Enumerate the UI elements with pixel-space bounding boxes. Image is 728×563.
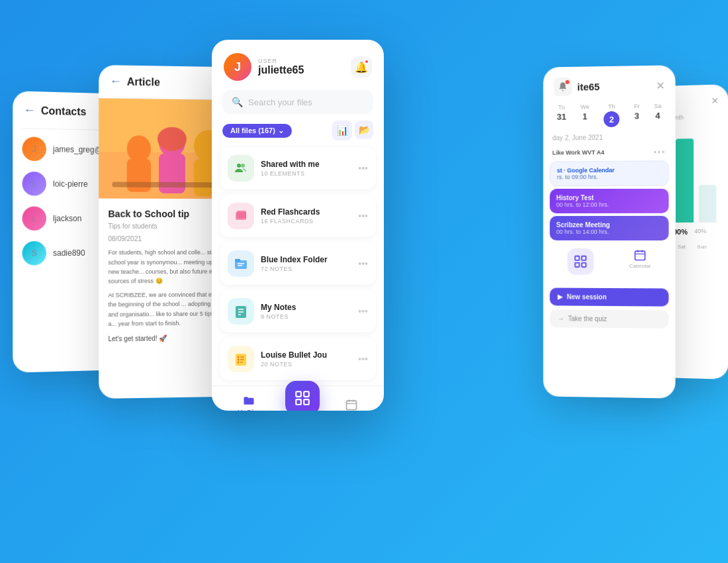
contacts-title: Contacts — [41, 105, 87, 118]
chart-day-5: Sun — [697, 244, 706, 250]
svg-rect-29 — [296, 391, 301, 397]
chart-day-4: Sat — [678, 244, 686, 250]
scribzee-event-time: 00 hrs. to 14:00 hrs. — [557, 229, 662, 235]
calendar-header: ite65 ✕ — [543, 65, 676, 101]
svg-point-4 — [159, 128, 185, 157]
file-info-flashcards: Red Flashcards 16 FLASHCARDS — [261, 207, 351, 225]
nav-calendar[interactable] — [345, 398, 358, 411]
files-header: J USER juliette65 🔔 — [212, 40, 384, 87]
scribzee-meeting-event[interactable]: Scribzee Meeting 00 hrs. to 14:00 hrs. — [550, 216, 669, 240]
calendar-title: ite65 — [577, 81, 600, 92]
chart-close-btn[interactable]: ✕ — [711, 95, 719, 106]
like-work-menu[interactable]: ••• — [654, 147, 666, 156]
svg-point-23 — [238, 356, 240, 358]
files-card: J USER juliette65 🔔 🔍 Search your files … — [212, 40, 384, 411]
file-info-notes: My Notes 9 NOTES — [261, 303, 351, 320]
notification-dot — [364, 59, 369, 64]
file-menu-shared[interactable]: ••• — [358, 163, 368, 174]
file-item-flashcards[interactable]: Red Flashcards 16 FLASHCARDS ••• — [220, 195, 376, 237]
filter-row: All files (167) ⌄ 📊 📂 — [212, 121, 384, 147]
history-test-event[interactable]: History Test 00 hrs. to 12:00 hrs. — [550, 189, 669, 214]
file-item-bullet[interactable]: Louise Bullet Jou 20 NOTES ••• — [220, 338, 376, 380]
file-name-bullet: Louise Bullet Jou — [261, 350, 351, 360]
file-menu-bullet[interactable]: ••• — [358, 354, 368, 364]
user-avatar: J — [224, 53, 251, 81]
svg-point-10 — [237, 164, 241, 168]
cal-day-fr: Fr 3 — [634, 103, 640, 127]
file-name-notes: My Notes — [261, 303, 351, 312]
file-name-shared: Shared with me — [261, 160, 351, 169]
cal-day-we: We 1 — [580, 103, 589, 127]
calendar-nav-label: Calendar — [629, 263, 651, 269]
file-menu-notes[interactable]: ••• — [358, 306, 368, 317]
chart-bar-5 — [699, 185, 717, 223]
search-icon: 🔍 — [232, 97, 243, 107]
calendar-nav-row: Calendar — [543, 243, 676, 283]
google-event-time: rs. to 09:00 hrs. — [557, 174, 662, 181]
all-files-filter[interactable]: All files (167) ⌄ — [222, 124, 292, 138]
filter-label: All files (167) — [230, 127, 275, 134]
chart-bar-4 — [676, 138, 693, 223]
cal-scan-icon — [573, 254, 588, 269]
contact-name-3: ljackson — [53, 214, 81, 223]
chart-pct-5: 40% — [694, 228, 706, 236]
calendar-week-row: Tu 31 We 1 Th 2 Fr 3 Sa 4 — [543, 100, 676, 130]
bar-chart-icon-btn[interactable]: 📊 — [332, 121, 352, 140]
calendar-date-label: day 2, June 2021 — [543, 129, 676, 146]
file-icon-shared — [228, 155, 254, 181]
file-meta-shared: 10 ELEMENTS — [261, 170, 351, 177]
cal-calendar-icon — [633, 248, 647, 262]
file-name-flashcards: Red Flashcards — [261, 207, 351, 217]
file-item-notes[interactable]: My Notes 9 NOTES ••• — [220, 290, 376, 333]
cal-scan-btn[interactable] — [567, 248, 594, 275]
folder-view-icon-btn[interactable]: 📂 — [355, 121, 373, 139]
like-work-title: Like Work WVT A4 — [553, 149, 604, 156]
new-session-btn[interactable]: ▶ New session — [550, 288, 669, 307]
history-event-title: History Test — [557, 194, 662, 202]
search-bar[interactable]: 🔍 Search your files — [222, 90, 373, 114]
svg-rect-5 — [159, 154, 185, 193]
contacts-back-arrow[interactable]: ← — [24, 103, 36, 118]
chart-bar-col-5 — [699, 185, 717, 223]
cal-dot — [565, 80, 569, 84]
nav-my-files[interactable]: My Files — [238, 394, 260, 411]
svg-rect-37 — [575, 256, 579, 260]
quiz-label: Take the quiz — [568, 315, 607, 322]
cal-calendar-nav[interactable]: Calendar — [629, 248, 651, 275]
file-icon-notes — [228, 298, 254, 325]
svg-point-11 — [241, 164, 245, 168]
search-placeholder: Search your files — [248, 97, 312, 107]
cal-day-th[interactable]: Th 2 — [604, 103, 619, 127]
svg-rect-33 — [346, 401, 356, 409]
file-info-bullet: Louise Bullet Jou 20 NOTES — [261, 350, 351, 368]
file-list: Shared with me 10 ELEMENTS ••• Red Flash… — [212, 147, 384, 380]
chevron-down-icon: ⌄ — [278, 127, 284, 135]
quiz-arrow-icon: → — [558, 315, 565, 322]
folder-icon: 📂 — [359, 125, 370, 135]
svg-rect-41 — [635, 251, 645, 260]
user-info: USER juliette65 — [258, 58, 344, 76]
google-calendar-event[interactable]: st · Google Calendar rs. to 09:00 hrs. — [550, 160, 669, 186]
file-menu-index[interactable]: ••• — [358, 258, 368, 269]
file-icon-index — [228, 250, 254, 277]
contact-name-4: sadie890 — [53, 248, 85, 258]
take-quiz-btn[interactable]: → Take the quiz — [550, 309, 669, 329]
file-info-index: Blue Index Folder 72 NOTES — [261, 255, 351, 272]
article-back-arrow[interactable]: ← — [109, 74, 121, 88]
file-menu-flashcards[interactable]: ••• — [358, 211, 368, 221]
cal-day-tu: Tu 31 — [557, 104, 566, 128]
user-label: USER — [258, 58, 344, 64]
svg-rect-39 — [575, 263, 579, 267]
svg-rect-32 — [304, 399, 309, 405]
calendar-card: ite65 ✕ Tu 31 We 1 Th 2 Fr 3 Sa 4 day 2,… — [543, 65, 676, 398]
svg-point-25 — [238, 362, 240, 364]
file-item-shared[interactable]: Shared with me 10 ELEMENTS ••• — [220, 147, 376, 189]
cal-notification[interactable] — [554, 77, 572, 96]
session-icon: ▶ — [558, 293, 563, 301]
svg-point-8 — [158, 127, 187, 151]
file-item-index[interactable]: Blue Index Folder 72 NOTES ••• — [220, 242, 376, 285]
calendar-close-btn[interactable]: ✕ — [656, 79, 664, 91]
svg-rect-3 — [127, 158, 151, 191]
notification-icon[interactable]: 🔔 — [351, 56, 372, 77]
nav-scan-btn[interactable] — [285, 381, 320, 411]
